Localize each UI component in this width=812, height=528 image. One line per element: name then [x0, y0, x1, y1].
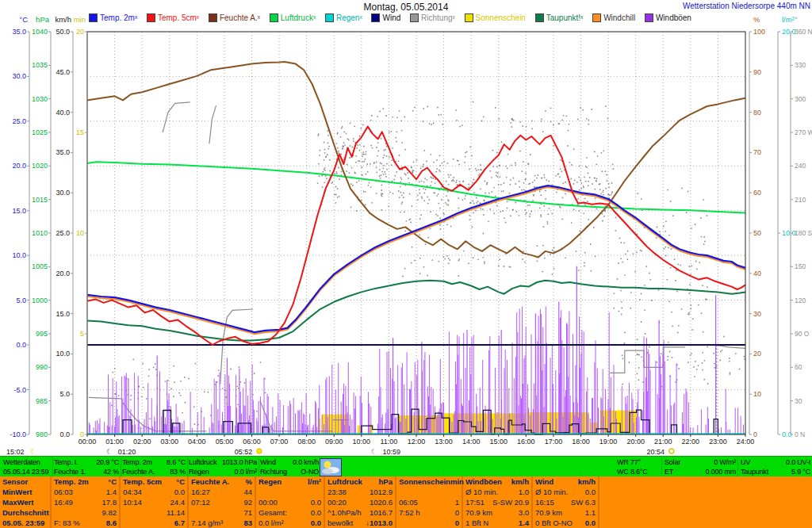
svg-text:120: 120 — [795, 297, 806, 304]
table-cell-time: Sonnenschein — [399, 476, 450, 487]
table-cell-value: SW 6.3 — [571, 497, 596, 507]
svg-text:°C: °C — [19, 15, 28, 24]
status-label: Feuchte 1. — [54, 467, 86, 476]
svg-text:45.0: 45.0 — [56, 68, 70, 76]
table-cell-time: Temp. 5cm — [123, 476, 162, 487]
axis-min: 20151050min — [74, 15, 87, 438]
moon-phase-icon: ☾ — [30, 448, 36, 456]
status-label: Taupunkt — [741, 467, 768, 476]
table-cell-time: ^1.0hPa/h — [327, 507, 362, 518]
svg-text:07:00: 07:00 — [270, 438, 289, 446]
svg-text:min: min — [74, 15, 86, 24]
table-cell-value: hPa — [379, 476, 393, 487]
table-cell-value: % — [246, 476, 252, 487]
status-bar: Wetterdaten05.05.14 23:59Temp. I.20.9 °C… — [0, 456, 812, 477]
table-cell-value: 0.0 — [585, 518, 596, 528]
table-cell-time: Luftdruck — [327, 476, 362, 487]
svg-text:hPa: hPa — [36, 15, 50, 24]
table-cell-value: 0 — [455, 518, 459, 528]
svg-text:km/h: km/h — [55, 15, 71, 24]
svg-text:20:54: 20:54 — [647, 448, 665, 456]
svg-text:10.0: 10.0 — [12, 251, 26, 259]
table-cell-time: 16:49 — [54, 497, 73, 507]
svg-text:70: 70 — [753, 148, 761, 156]
svg-text:1040: 1040 — [32, 28, 48, 36]
table-cell-time: 7:52 h — [399, 507, 419, 518]
svg-text:00:00: 00:00 — [79, 438, 97, 446]
table-group-windb-en: Windböenkm/hØ 10 min.1.017:51S-SW 20.970… — [463, 476, 533, 528]
status-label: Solar — [665, 457, 680, 467]
status-value: 0 W/m² — [714, 457, 736, 467]
svg-text:60: 60 — [753, 189, 761, 197]
table-cell-value: min — [450, 476, 464, 487]
svg-text:01:20: 01:20 — [118, 448, 136, 456]
svg-text:1010: 1010 — [32, 229, 48, 237]
table-cell-value: 1.1 — [585, 507, 596, 518]
svg-text:-5.0: -5.0 — [13, 386, 26, 394]
axis-hPa: 1040103510301025102010151010100510009959… — [32, 15, 51, 438]
series-temp-2m — [87, 186, 745, 332]
table-cell-value: 0.0 — [174, 487, 185, 497]
table-cell-value: 6.7 — [174, 518, 185, 528]
table-row-label: MaxWert — [2, 497, 33, 507]
table-cell-value: S-SW 20.9 — [492, 497, 529, 507]
status-value: 42 % — [103, 467, 119, 476]
svg-text:24:00: 24:00 — [737, 438, 755, 446]
table-cell-value: 17.8 — [102, 497, 117, 507]
table-group-regen: Regenl/m²00:000.0Gesamt:0.00.0 l/m²0.0 — [256, 476, 325, 528]
svg-text:90 O: 90 O — [795, 330, 810, 338]
svg-text:15:00: 15:00 — [489, 438, 508, 446]
svg-text:5.0: 5.0 — [59, 390, 70, 398]
svg-text:995: 995 — [36, 330, 48, 338]
svg-text:980: 980 — [36, 430, 48, 438]
status-value: 1013.0 hPa — [222, 457, 257, 467]
svg-text:20.0: 20.0 — [56, 270, 70, 277]
status-label: WR 77° — [617, 457, 641, 467]
svg-text:02:00: 02:00 — [133, 438, 151, 446]
table-row-label: Durchschnitt — [2, 507, 49, 518]
svg-text:50.0: 50.0 — [56, 28, 70, 36]
table-cell-time: 06:05 — [399, 497, 418, 507]
svg-text:270 W: 270 W — [795, 128, 812, 136]
status-label: Regen — [189, 467, 209, 476]
svg-text:5: 5 — [80, 330, 84, 338]
table-row-label: Sensor — [2, 476, 28, 487]
table-cell-time: 70.9 km — [535, 507, 562, 518]
svg-text:10.0: 10.0 — [56, 350, 70, 358]
status-value: O-NO — [301, 467, 319, 476]
status-col-1: Temp. I.20.9 °CFeuchte 1.42 % — [52, 457, 121, 476]
svg-text:°: ° — [795, 15, 798, 24]
status-label: ET — [665, 467, 673, 476]
table-filler — [599, 476, 812, 528]
table-cell-value: 1016.7 — [370, 507, 393, 518]
table-cell-time: bewölkt — [327, 518, 353, 528]
moon-icon: ☾ — [106, 448, 113, 456]
svg-text:10.0: 10.0 — [782, 229, 796, 237]
table-sensor-column: SensorMinWertMaxWertDurchschnitt05.05. 2… — [0, 476, 52, 528]
table-cell-value: 44 — [243, 487, 252, 497]
svg-text:0.0: 0.0 — [59, 430, 70, 438]
table-cell-value: 11.14 — [167, 507, 185, 518]
sun-moon-markers: 01:20☾05:5210:59☾20:5415:02☾ — [6, 448, 674, 456]
svg-text:1000: 1000 — [32, 297, 48, 304]
table-cell-time: Windböen — [465, 476, 502, 487]
corner-marker-label: 15:02 — [6, 448, 25, 456]
table-cell-value: °C — [108, 476, 117, 487]
svg-text:1015: 1015 — [32, 196, 48, 204]
status-label: WC 8.6°C — [617, 467, 648, 476]
table-cell-time: Ø 10 min. — [465, 487, 498, 497]
svg-text:04:00: 04:00 — [188, 438, 206, 446]
svg-text:30: 30 — [753, 310, 761, 318]
svg-text:5.0: 5.0 — [16, 297, 26, 304]
status-label: Richtung — [260, 467, 287, 476]
table-cell-time: Wind — [535, 476, 553, 487]
series-taupunkt — [87, 281, 745, 341]
table-group-sonnenschein: Sonnenscheinmin06:0517:52 h00 — [396, 476, 463, 528]
table-cell-time: Ø 10 min. — [535, 487, 568, 497]
table-cell-value: 8.6 — [106, 518, 117, 528]
table-cell-value: 0 — [455, 507, 459, 518]
table-cell-time: 16:15 — [535, 497, 554, 507]
table-group-temp-5cm: Temp. 5cm°C04:340.010:1424.411.146.7 — [121, 476, 189, 528]
weather-chart: 35.030.025.020.015.010.05.00.0-5.0-10.0°… — [0, 0, 812, 456]
table-cell-value: 0.0 — [311, 507, 321, 518]
